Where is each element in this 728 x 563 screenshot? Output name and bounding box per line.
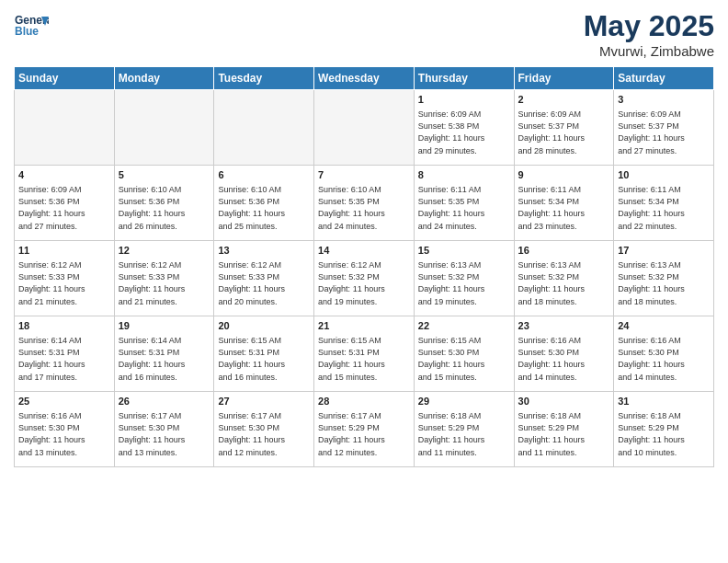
calendar-cell: 12Sunrise: 6:12 AM Sunset: 5:33 PM Dayli… xyxy=(114,241,214,316)
day-number: 23 xyxy=(518,319,610,333)
day-number: 7 xyxy=(318,168,410,182)
calendar-cell: 29Sunrise: 6:18 AM Sunset: 5:29 PM Dayli… xyxy=(414,392,514,467)
calendar-cell: 13Sunrise: 6:12 AM Sunset: 5:33 PM Dayli… xyxy=(214,241,314,316)
day-info: Sunrise: 6:09 AM Sunset: 5:38 PM Dayligh… xyxy=(418,109,510,156)
day-number: 18 xyxy=(18,319,110,333)
day-info: Sunrise: 6:11 AM Sunset: 5:34 PM Dayligh… xyxy=(618,184,710,232)
day-info: Sunrise: 6:12 AM Sunset: 5:33 PM Dayligh… xyxy=(18,259,110,307)
weekday-header: Thursday xyxy=(414,67,514,90)
calendar-cell xyxy=(114,90,214,166)
calendar-cell: 16Sunrise: 6:13 AM Sunset: 5:32 PM Dayli… xyxy=(514,241,614,316)
day-info: Sunrise: 6:09 AM Sunset: 5:37 PM Dayligh… xyxy=(518,109,610,156)
calendar-cell: 2Sunrise: 6:09 AM Sunset: 5:37 PM Daylig… xyxy=(514,90,614,166)
calendar-cell: 20Sunrise: 6:15 AM Sunset: 5:31 PM Dayli… xyxy=(214,316,314,392)
calendar-cell: 7Sunrise: 6:10 AM Sunset: 5:35 PM Daylig… xyxy=(314,166,415,241)
day-number: 24 xyxy=(618,319,710,333)
calendar-cell: 1Sunrise: 6:09 AM Sunset: 5:38 PM Daylig… xyxy=(414,90,514,166)
title-block: May 2025 Mvurwi, Zimbabwe xyxy=(584,9,714,59)
calendar-cell: 10Sunrise: 6:11 AM Sunset: 5:34 PM Dayli… xyxy=(614,166,714,241)
calendar-cell: 8Sunrise: 6:11 AM Sunset: 5:35 PM Daylig… xyxy=(414,166,514,241)
day-info: Sunrise: 6:12 AM Sunset: 5:33 PM Dayligh… xyxy=(119,259,210,307)
calendar-cell: 22Sunrise: 6:15 AM Sunset: 5:30 PM Dayli… xyxy=(414,316,514,392)
day-info: Sunrise: 6:11 AM Sunset: 5:34 PM Dayligh… xyxy=(518,184,610,232)
calendar: SundayMondayTuesdayWednesdayThursdayFrid… xyxy=(14,66,714,467)
day-info: Sunrise: 6:18 AM Sunset: 5:29 PM Dayligh… xyxy=(518,410,610,458)
day-number: 16 xyxy=(518,244,610,258)
day-number: 30 xyxy=(518,395,610,408)
calendar-cell: 3Sunrise: 6:09 AM Sunset: 5:37 PM Daylig… xyxy=(614,90,714,166)
calendar-cell: 24Sunrise: 6:16 AM Sunset: 5:30 PM Dayli… xyxy=(614,316,714,392)
weekday-header: Tuesday xyxy=(214,67,314,90)
calendar-week-row: 18Sunrise: 6:14 AM Sunset: 5:31 PM Dayli… xyxy=(15,316,714,392)
calendar-cell xyxy=(15,90,115,166)
day-number: 20 xyxy=(218,319,310,333)
calendar-cell: 26Sunrise: 6:17 AM Sunset: 5:30 PM Dayli… xyxy=(114,392,214,467)
logo: General Blue xyxy=(14,9,49,44)
calendar-cell: 9Sunrise: 6:11 AM Sunset: 5:34 PM Daylig… xyxy=(514,166,614,241)
weekday-header: Sunday xyxy=(15,67,115,90)
weekday-header: Saturday xyxy=(614,67,714,90)
calendar-week-row: 4Sunrise: 6:09 AM Sunset: 5:36 PM Daylig… xyxy=(15,166,714,241)
calendar-week-row: 25Sunrise: 6:16 AM Sunset: 5:30 PM Dayli… xyxy=(15,392,714,467)
calendar-cell xyxy=(314,90,415,166)
calendar-cell: 27Sunrise: 6:17 AM Sunset: 5:30 PM Dayli… xyxy=(214,392,314,467)
day-info: Sunrise: 6:09 AM Sunset: 5:36 PM Dayligh… xyxy=(18,184,110,232)
day-info: Sunrise: 6:10 AM Sunset: 5:36 PM Dayligh… xyxy=(119,184,210,232)
day-info: Sunrise: 6:16 AM Sunset: 5:30 PM Dayligh… xyxy=(18,410,110,458)
day-number: 5 xyxy=(119,168,210,182)
day-info: Sunrise: 6:12 AM Sunset: 5:33 PM Dayligh… xyxy=(218,259,310,307)
day-number: 4 xyxy=(18,168,110,182)
calendar-week-row: 1Sunrise: 6:09 AM Sunset: 5:38 PM Daylig… xyxy=(15,90,714,166)
day-info: Sunrise: 6:16 AM Sunset: 5:30 PM Dayligh… xyxy=(518,335,610,383)
calendar-cell: 14Sunrise: 6:12 AM Sunset: 5:32 PM Dayli… xyxy=(314,241,415,316)
day-number: 13 xyxy=(218,244,310,258)
day-number: 9 xyxy=(518,168,610,182)
calendar-cell: 17Sunrise: 6:13 AM Sunset: 5:32 PM Dayli… xyxy=(614,241,714,316)
day-info: Sunrise: 6:10 AM Sunset: 5:36 PM Dayligh… xyxy=(218,184,310,232)
weekday-header: Friday xyxy=(514,67,614,90)
month-title: May 2025 xyxy=(584,9,714,43)
day-number: 11 xyxy=(18,244,110,258)
page: General Blue May 2025 Mvurwi, Zimbabwe S… xyxy=(0,0,728,563)
calendar-header-row: SundayMondayTuesdayWednesdayThursdayFrid… xyxy=(15,67,714,90)
day-info: Sunrise: 6:14 AM Sunset: 5:31 PM Dayligh… xyxy=(18,335,110,383)
calendar-cell: 5Sunrise: 6:10 AM Sunset: 5:36 PM Daylig… xyxy=(114,166,214,241)
calendar-cell xyxy=(214,90,314,166)
day-number: 19 xyxy=(119,319,210,333)
location: Mvurwi, Zimbabwe xyxy=(584,43,714,59)
day-info: Sunrise: 6:16 AM Sunset: 5:30 PM Dayligh… xyxy=(618,335,710,383)
calendar-cell: 31Sunrise: 6:18 AM Sunset: 5:29 PM Dayli… xyxy=(614,392,714,467)
header: General Blue May 2025 Mvurwi, Zimbabwe xyxy=(14,9,714,59)
calendar-cell: 19Sunrise: 6:14 AM Sunset: 5:31 PM Dayli… xyxy=(114,316,214,392)
day-number: 21 xyxy=(318,319,410,333)
day-number: 12 xyxy=(119,244,210,258)
day-info: Sunrise: 6:15 AM Sunset: 5:31 PM Dayligh… xyxy=(218,335,310,383)
day-number: 1 xyxy=(418,93,510,107)
day-number: 22 xyxy=(418,319,510,333)
day-number: 29 xyxy=(418,395,510,408)
day-number: 28 xyxy=(318,395,410,408)
calendar-cell: 28Sunrise: 6:17 AM Sunset: 5:29 PM Dayli… xyxy=(314,392,415,467)
day-info: Sunrise: 6:18 AM Sunset: 5:29 PM Dayligh… xyxy=(618,410,710,458)
day-number: 6 xyxy=(218,168,310,182)
day-info: Sunrise: 6:09 AM Sunset: 5:37 PM Dayligh… xyxy=(618,109,710,156)
day-info: Sunrise: 6:13 AM Sunset: 5:32 PM Dayligh… xyxy=(418,259,510,307)
day-info: Sunrise: 6:18 AM Sunset: 5:29 PM Dayligh… xyxy=(418,410,510,458)
calendar-cell: 25Sunrise: 6:16 AM Sunset: 5:30 PM Dayli… xyxy=(15,392,115,467)
day-number: 2 xyxy=(518,93,610,107)
day-info: Sunrise: 6:15 AM Sunset: 5:30 PM Dayligh… xyxy=(418,335,510,383)
day-number: 8 xyxy=(418,168,510,182)
day-info: Sunrise: 6:14 AM Sunset: 5:31 PM Dayligh… xyxy=(119,335,210,383)
svg-text:Blue: Blue xyxy=(15,25,39,38)
weekday-header: Monday xyxy=(114,67,214,90)
calendar-cell: 23Sunrise: 6:16 AM Sunset: 5:30 PM Dayli… xyxy=(514,316,614,392)
calendar-cell: 30Sunrise: 6:18 AM Sunset: 5:29 PM Dayli… xyxy=(514,392,614,467)
day-info: Sunrise: 6:10 AM Sunset: 5:35 PM Dayligh… xyxy=(318,184,410,232)
day-number: 26 xyxy=(119,395,210,408)
day-number: 10 xyxy=(618,168,710,182)
calendar-week-row: 11Sunrise: 6:12 AM Sunset: 5:33 PM Dayli… xyxy=(15,241,714,316)
day-number: 3 xyxy=(618,93,710,107)
day-number: 25 xyxy=(18,395,110,408)
calendar-cell: 4Sunrise: 6:09 AM Sunset: 5:36 PM Daylig… xyxy=(15,166,115,241)
day-number: 31 xyxy=(618,395,710,408)
